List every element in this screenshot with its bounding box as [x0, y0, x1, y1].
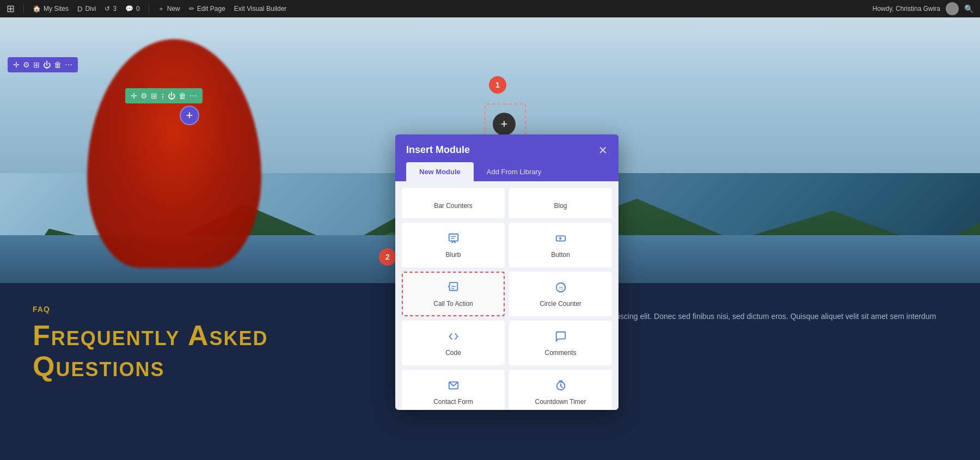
- row-layout-icon[interactable]: ⊞: [151, 91, 157, 100]
- row-power-icon[interactable]: ⏻: [168, 91, 175, 100]
- dialog-title: Insert Module: [406, 144, 470, 156]
- add-module-plus-icon: +: [186, 109, 193, 121]
- row-delete-icon[interactable]: 🗑: [179, 91, 186, 100]
- dialog-close-button[interactable]: ✕: [598, 145, 608, 156]
- module-item-button[interactable]: Button: [509, 223, 612, 267]
- row-settings-icon[interactable]: ⚙: [140, 91, 148, 100]
- section-power-icon[interactable]: ⏻: [43, 60, 51, 69]
- section-settings-icon[interactable]: ⚙: [23, 60, 30, 69]
- admin-bar-right: Howdy, Christina Gwira 🔍: [873, 2, 973, 15]
- dialog-header: Insert Module ✕: [395, 134, 618, 156]
- revisions-icon: ↺: [105, 5, 110, 13]
- section-toolbar: ✛ ⚙ ⊞ ⏻ 🗑 ⋯: [8, 57, 78, 72]
- divi-link[interactable]: D Divi: [77, 5, 96, 13]
- tab-new-module[interactable]: New Module: [406, 162, 474, 181]
- module-grid: Bar Counters Blog Blurb: [395, 181, 618, 410]
- user-avatar: [946, 2, 959, 15]
- search-icon[interactable]: 🔍: [964, 4, 973, 13]
- circle-counter-icon: 75: [555, 281, 567, 296]
- countdown-icon: [555, 379, 567, 394]
- module-label-contact-form: Contact Form: [433, 398, 473, 406]
- module-item-circle-counter[interactable]: 75 Circle Counter: [509, 272, 612, 316]
- faq-left-column: FAQ Frequently AskedQuestions: [33, 305, 433, 382]
- section-more-icon[interactable]: ⋯: [65, 60, 72, 69]
- module-item-blog[interactable]: Blog: [509, 188, 612, 218]
- row-move-icon[interactable]: ✛: [131, 91, 137, 100]
- module-label-button: Button: [551, 251, 570, 259]
- module-item-bar-counters[interactable]: Bar Counters: [402, 188, 505, 218]
- section-delete-icon[interactable]: 🗑: [54, 60, 62, 69]
- edit-page-link[interactable]: ✏ Edit Page: [189, 5, 225, 13]
- step-badge-2: 2: [379, 248, 396, 266]
- add-module-button[interactable]: +: [180, 106, 199, 125]
- comments-link[interactable]: 💬 0: [125, 5, 140, 13]
- user-greeting: Howdy, Christina Gwira: [873, 5, 940, 13]
- module-label-cta: Call To Action: [433, 300, 473, 308]
- my-sites-link[interactable]: 🏠 My Sites: [33, 5, 69, 13]
- module-label-code: Code: [445, 349, 461, 357]
- dialog-tabs: New Module Add From Library: [395, 156, 618, 181]
- module-label-blog: Blog: [554, 202, 567, 210]
- button-icon: [555, 232, 567, 247]
- blurb-icon: [448, 232, 460, 247]
- section-add-icon[interactable]: ✛: [13, 60, 20, 69]
- module-label-blurb: Blurb: [445, 251, 461, 259]
- insert-module-dialog: Insert Module ✕ New Module Add From Libr…: [395, 134, 618, 410]
- revisions-link[interactable]: ↺ 3: [105, 5, 117, 13]
- exit-visual-builder-link[interactable]: Exit Visual Builder: [234, 5, 287, 13]
- faq-title: Frequently AskedQuestions: [33, 320, 433, 382]
- comments-icon: [555, 330, 567, 345]
- module-item-contact-form[interactable]: Contact Form: [402, 370, 505, 410]
- module-add-plus-icon: +: [501, 118, 508, 130]
- module-item-call-to-action[interactable]: Call To Action: [402, 272, 505, 316]
- section-layout-icon[interactable]: ⊞: [33, 60, 40, 69]
- module-add-circle[interactable]: +: [493, 113, 516, 136]
- svg-text:75: 75: [558, 286, 562, 291]
- module-label-circle-counter: Circle Counter: [540, 300, 581, 308]
- cta-icon: [448, 281, 460, 296]
- module-label-bar-counters: Bar Counters: [434, 202, 473, 210]
- step-badge-1: 1: [489, 76, 506, 94]
- divi-icon: D: [77, 5, 82, 13]
- module-item-blurb[interactable]: Blurb: [402, 223, 505, 267]
- module-item-code[interactable]: Code: [402, 321, 505, 365]
- row-more-icon[interactable]: ⋯: [189, 91, 197, 100]
- module-label-countdown-timer: Countdown Timer: [535, 398, 586, 406]
- row-columns-icon[interactable]: ⫶: [161, 91, 164, 100]
- module-item-comments[interactable]: Comments: [509, 321, 612, 365]
- page-wrapper: ✛ ⚙ ⊞ ⏻ 🗑 ⋯ ✛ ⚙ ⊞ ⫶ ⏻ 🗑 ⋯ + 1 + 2 FAQ Fr…: [0, 17, 980, 460]
- contact-form-icon: [448, 379, 460, 394]
- svg-rect-0: [449, 234, 458, 241]
- row-toolbar: ✛ ⚙ ⊞ ⫶ ⏻ 🗑 ⋯: [125, 88, 203, 103]
- edit-icon: ✏: [189, 5, 194, 13]
- comments-icon: 💬: [125, 5, 133, 13]
- wordpress-icon[interactable]: ⊞: [7, 3, 15, 15]
- module-label-comments: Comments: [544, 349, 576, 357]
- my-sites-icon: 🏠: [33, 5, 41, 13]
- new-icon: ＋: [158, 4, 164, 14]
- module-item-countdown-timer[interactable]: Countdown Timer: [509, 370, 612, 410]
- admin-bar: ⊞ 🏠 My Sites D Divi ↺ 3 💬 0 ＋ New ✏ Edit…: [0, 0, 980, 17]
- tab-add-from-library[interactable]: Add From Library: [474, 162, 554, 181]
- faq-label: FAQ: [33, 305, 433, 314]
- new-link[interactable]: ＋ New: [158, 4, 180, 14]
- code-icon: [448, 330, 460, 345]
